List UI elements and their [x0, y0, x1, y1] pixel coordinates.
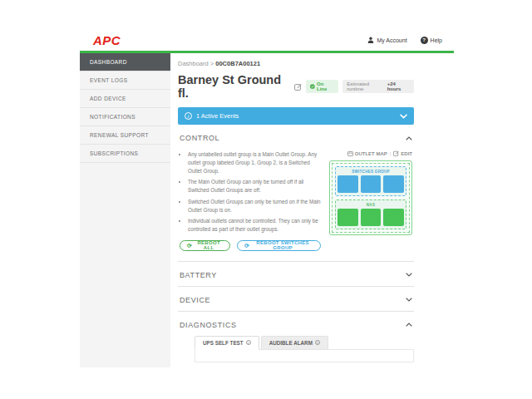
person-icon [367, 37, 374, 43]
breadcrumb-current: 00C0B7A00121 [215, 60, 260, 67]
chevron-down-icon [400, 114, 407, 119]
my-account-link[interactable]: My Account [367, 37, 406, 43]
info-icon: i [246, 340, 251, 345]
outlet-switch[interactable] [337, 175, 358, 193]
outlet-group-switches: SWITCHES GROUP [335, 166, 406, 196]
tab-audible-alarm[interactable]: AUDIBLE ALARM i [261, 336, 328, 350]
section-header-battery[interactable]: BATTERY [178, 262, 414, 286]
section-diagnostics: DIAGNOSTICS UPS SELF TEST i AUDIBLE ALAR… [178, 311, 414, 362]
outlet-group-label: NAS [337, 203, 404, 207]
status-badge: On Line [306, 80, 338, 93]
sidebar: DASHBOARD EVENT LOGS ADD DEVICE NOTIFICA… [80, 53, 170, 367]
breadcrumb-parent[interactable]: Dashboard [178, 60, 209, 67]
reboot-all-button[interactable]: ⟳ REBOOT ALL [180, 240, 230, 251]
section-header-device[interactable]: DEVICE [178, 287, 414, 311]
apc-logo: APC [93, 33, 121, 47]
pencil-icon [393, 150, 399, 156]
sidebar-item-event-logs[interactable]: EVENT LOGS [80, 71, 170, 90]
outlet-map-link[interactable]: OUTLET MAP [347, 151, 387, 156]
tab-panel [195, 349, 414, 362]
refresh-icon: ⟳ [244, 243, 249, 249]
my-account-label: My Account [377, 37, 406, 43]
help-label: Help [431, 37, 442, 43]
control-title: CONTROL [180, 134, 219, 142]
active-events-label: 1 Active Events [196, 112, 239, 120]
edit-link[interactable]: EDIT [393, 150, 412, 156]
outlet-group-main: NAS [335, 200, 406, 229]
edit-title-icon[interactable] [294, 83, 302, 91]
outlet-main[interactable] [361, 209, 382, 226]
section-device: DEVICE [178, 286, 414, 311]
topbar-actions: My Account ? Help [367, 37, 442, 44]
top-bar: APC My Account ? Help [80, 29, 454, 51]
control-buttons: ⟳ REBOOT ALL ⟳ REBOOT SWITCHES GROUP [180, 240, 321, 251]
sidebar-item-renewal-support[interactable]: RENEWAL SUPPORT [80, 126, 170, 145]
outlet-main[interactable] [383, 209, 404, 226]
control-rules-list: Any unlabelled outlet group is a Main Ou… [180, 150, 321, 234]
runtime-value: +24 hours [387, 81, 410, 91]
sidebar-item-dashboard[interactable]: DASHBOARD [80, 53, 170, 71]
help-link[interactable]: ? Help [421, 37, 442, 44]
runtime-badge: Estimated runtime +24 hours [342, 80, 414, 93]
section-header-diagnostics[interactable]: DIAGNOSTICS [178, 312, 414, 336]
info-icon: i [315, 340, 320, 345]
link-separator: | [390, 151, 392, 156]
map-icon [347, 151, 353, 156]
check-circle-icon [310, 84, 315, 89]
sidebar-item-notifications[interactable]: NOTIFICATIONS [80, 108, 170, 126]
control-rule: Any unlabelled outlet group is a Main Ou… [188, 150, 321, 175]
refresh-icon: ⟳ [187, 243, 192, 249]
chevron-up-icon [406, 323, 412, 327]
control-rule: Individual outlets cannot be controlled.… [188, 217, 321, 234]
page-title: Barney St Ground fl. [178, 73, 290, 100]
tab-ups-self-test[interactable]: UPS SELF TEST i [195, 336, 259, 350]
chevron-down-icon [406, 298, 412, 302]
app-window: APC My Account ? Help DASHBOARD EVENT LO… [80, 29, 454, 367]
main-content: Dashboard > 00C0B7A00121 Barney St Groun… [170, 53, 454, 367]
outlet-group-label: SWITCHES GROUP [337, 170, 404, 174]
control-body: Any unlabelled outlet group is a Main Ou… [178, 149, 414, 261]
breadcrumb: Dashboard > 00C0B7A00121 [178, 60, 414, 67]
section-battery: BATTERY [178, 261, 414, 286]
section-header-control[interactable]: CONTROL [178, 125, 414, 149]
diagnostics-content: UPS SELF TEST i AUDIBLE ALARM i [178, 336, 414, 362]
outlet-main[interactable] [337, 209, 358, 226]
reboot-switches-group-button[interactable]: ⟳ REBOOT SWITCHES GROUP [237, 240, 321, 251]
breadcrumb-separator: > [210, 60, 214, 67]
runtime-label: Estimated runtime [347, 81, 385, 91]
outlet-switch[interactable] [383, 175, 404, 193]
sidebar-item-add-device[interactable]: ADD DEVICE [80, 90, 170, 108]
outlet-map-links: OUTLET MAP | EDIT [329, 150, 412, 156]
status-label: On Line [317, 81, 334, 91]
chevron-up-icon [406, 136, 412, 140]
device-title-row: Barney St Ground fl. On Line Estimated r… [178, 73, 414, 100]
diagnostics-tabs: UPS SELF TEST i AUDIBLE ALARM i [195, 336, 414, 350]
chevron-down-icon [406, 273, 412, 277]
outlet-switch[interactable] [361, 175, 382, 193]
info-icon: i [185, 112, 192, 120]
control-rule: The Main Outlet Group can only be turned… [188, 178, 321, 195]
sidebar-item-subscriptions[interactable]: SUBSCRIPTIONS [80, 145, 170, 163]
outlet-map: SWITCHES GROUP NAS [329, 160, 412, 235]
active-events-banner[interactable]: i 1 Active Events [178, 107, 414, 125]
help-icon: ? [421, 37, 428, 44]
control-rule: Switched Outlet Groups can only be turne… [188, 198, 321, 214]
